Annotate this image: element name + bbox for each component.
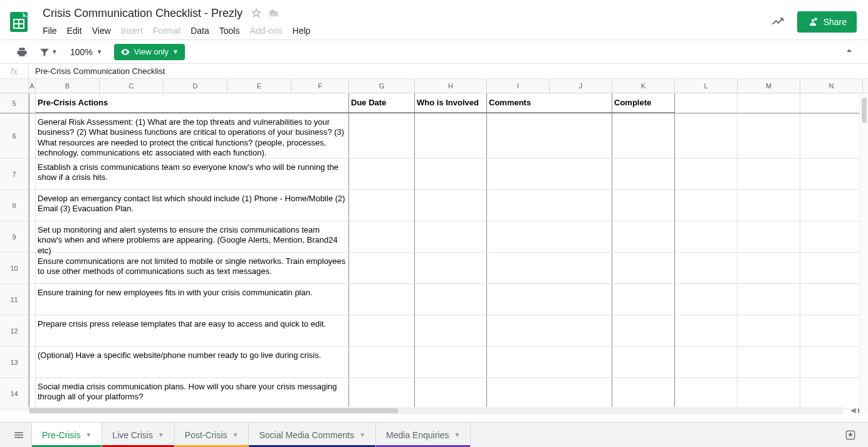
cell[interactable] xyxy=(675,113,738,158)
zoom-caret-icon[interactable]: ▼ xyxy=(97,48,103,55)
row-header[interactable]: 11 xyxy=(0,284,29,315)
cell[interactable]: Set up monitoring and alert systems to e… xyxy=(36,221,349,252)
menu-help[interactable]: Help xyxy=(288,23,316,38)
cell[interactable] xyxy=(29,284,36,315)
cell[interactable] xyxy=(487,221,612,252)
cell[interactable] xyxy=(349,347,415,377)
cell[interactable]: General Risk Assessment: (1) What are th… xyxy=(36,113,349,158)
cell[interactable] xyxy=(800,93,863,113)
row-header[interactable]: 14 xyxy=(0,378,29,409)
sheet-tab[interactable]: Pre-Crisis▼ xyxy=(31,423,102,447)
cell[interactable] xyxy=(738,347,800,377)
row-header[interactable]: 10 xyxy=(0,253,29,283)
cell[interactable] xyxy=(675,190,738,221)
collapse-icon[interactable] xyxy=(843,45,855,59)
col-header-h[interactable]: H xyxy=(415,79,487,93)
zoom-level[interactable]: 100% xyxy=(70,47,93,57)
sheet-tab[interactable]: Live Crisis▼ xyxy=(102,423,174,447)
cell[interactable] xyxy=(800,113,863,158)
cell[interactable] xyxy=(415,315,487,346)
cell[interactable] xyxy=(612,221,675,252)
sheet-tab[interactable]: Media Enquiries▼ xyxy=(376,423,471,447)
cell[interactable] xyxy=(800,315,863,346)
col-header-f[interactable]: F xyxy=(291,79,349,93)
cell[interactable]: Comments xyxy=(487,93,612,113)
cell[interactable] xyxy=(612,190,675,221)
activity-icon[interactable] xyxy=(771,14,785,30)
select-all-corner[interactable] xyxy=(0,79,29,93)
cell[interactable] xyxy=(675,159,738,189)
cell[interactable] xyxy=(349,284,415,315)
cell[interactable]: Due Date xyxy=(349,93,415,113)
cell[interactable] xyxy=(487,253,612,283)
cell[interactable]: Complete xyxy=(612,93,675,113)
horizontal-scrollbar[interactable] xyxy=(29,407,843,414)
spreadsheet-grid[interactable]: ABCDEFGHIJKLMN 5Pre-Crisis ActionsDue Da… xyxy=(0,79,868,414)
cell[interactable] xyxy=(675,284,738,315)
cell[interactable] xyxy=(29,93,36,113)
cell[interactable] xyxy=(349,253,415,283)
cell[interactable] xyxy=(612,253,675,283)
cell[interactable]: (Optional) Have a specific website/phone… xyxy=(36,347,349,377)
cell[interactable] xyxy=(415,284,487,315)
star-icon[interactable] xyxy=(250,7,263,19)
vertical-scrollbar[interactable] xyxy=(859,94,868,414)
cell[interactable] xyxy=(415,253,487,283)
cell[interactable] xyxy=(487,190,612,221)
cell[interactable]: Ensure training for new employees fits i… xyxy=(36,284,349,315)
cell[interactable] xyxy=(415,113,487,158)
print-icon[interactable] xyxy=(16,46,28,58)
all-sheets-button[interactable] xyxy=(6,423,31,447)
move-icon[interactable] xyxy=(268,7,280,19)
cell[interactable] xyxy=(415,221,487,252)
row-header[interactable]: 8 xyxy=(0,190,29,221)
cell[interactable] xyxy=(349,113,415,158)
cell[interactable]: Pre-Crisis Actions xyxy=(36,93,349,113)
cell[interactable] xyxy=(29,221,36,252)
col-header-m[interactable]: M xyxy=(738,79,800,93)
cell[interactable] xyxy=(612,315,675,346)
cell[interactable] xyxy=(29,378,36,409)
sheet-tab[interactable]: Social Media Comments▼ xyxy=(249,423,376,447)
cell[interactable] xyxy=(29,190,36,221)
cell[interactable] xyxy=(487,378,612,409)
explore-button[interactable] xyxy=(839,423,862,447)
cell[interactable] xyxy=(612,113,675,158)
cell[interactable]: Develop an emergancy contact list which … xyxy=(36,190,349,221)
row-header[interactable]: 13 xyxy=(0,347,29,377)
formula-content[interactable]: Pre-Crisis Communication Checklist xyxy=(29,66,165,76)
cell[interactable] xyxy=(29,347,36,377)
cell[interactable] xyxy=(487,347,612,377)
cell[interactable] xyxy=(612,378,675,409)
filter-icon[interactable] xyxy=(39,46,50,58)
col-header-g[interactable]: G xyxy=(349,79,415,93)
sheet-tab[interactable]: Post-Crisis▼ xyxy=(175,423,249,447)
cell[interactable] xyxy=(415,159,487,189)
cell[interactable] xyxy=(800,221,863,252)
tab-caret-icon[interactable]: ▼ xyxy=(85,431,92,438)
cell[interactable] xyxy=(487,315,612,346)
cell[interactable] xyxy=(675,253,738,283)
col-header-k[interactable]: K xyxy=(612,79,675,93)
cell[interactable] xyxy=(612,284,675,315)
cell[interactable] xyxy=(415,190,487,221)
cell[interactable] xyxy=(349,221,415,252)
filter-caret-icon[interactable]: ▼ xyxy=(51,48,58,55)
cell[interactable] xyxy=(675,347,738,377)
cell[interactable] xyxy=(349,315,415,346)
cell[interactable] xyxy=(29,113,36,158)
sheets-logo[interactable] xyxy=(6,6,31,38)
menu-file[interactable]: File xyxy=(38,23,62,38)
menu-tools[interactable]: Tools xyxy=(214,23,245,38)
col-header-e[interactable]: E xyxy=(227,79,291,93)
tab-caret-icon[interactable]: ▼ xyxy=(359,431,365,438)
cell[interactable]: Who is Involved xyxy=(415,93,487,113)
cell[interactable] xyxy=(738,113,800,158)
row-header[interactable]: 6 xyxy=(0,113,29,158)
cell[interactable] xyxy=(487,159,612,189)
cell[interactable] xyxy=(415,347,487,377)
cell[interactable] xyxy=(349,190,415,221)
cell[interactable] xyxy=(675,378,738,409)
cell[interactable] xyxy=(738,221,800,252)
col-header-j[interactable]: J xyxy=(550,79,612,93)
